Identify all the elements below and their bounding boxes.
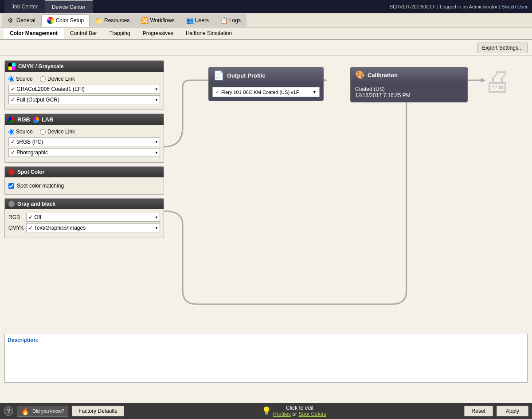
gray-cmyk-row: CMYK ✓ Text/Graphics/Images [8,223,160,232]
subtab-trapping[interactable]: Trapping [103,28,137,38]
sub-bar: Color Management Control Bar Trapping Pr… [0,27,532,40]
rgb-source-radio-label[interactable]: Source [8,129,33,135]
rgb-rendering-dropdown-row: ✓ Photographic [8,148,160,157]
gray-rgb-row: RGB ✓ Off [8,213,160,222]
description-label: Description: [8,337,524,343]
cmyk-output-wrapper: ✓ Full (Output GCR) [8,95,160,104]
spot-color-panel-body: Spot color matching [5,177,164,194]
main-content: CMYK / Grayscale Source Device Link [0,56,532,403]
rgb-rendering-dropdown[interactable]: ✓ Photographic [8,148,160,157]
general-icon: ⚙ [8,17,15,24]
calibration-icon: 🎨 [355,70,365,80]
rgb-device-link-radio[interactable] [40,129,46,135]
bottom-right-buttons: Reset Apply [464,406,528,416]
gray-cmyk-dropdown[interactable]: ✓ Text/Graphics/Images [26,223,160,232]
output-profile-body: ✓ Fiery 101-86C-KM Coated (US) v1F ▼ [209,83,323,101]
panels-area: CMYK / Grayscale Source Device Link [4,60,164,242]
click-to-edit-area: Click to edit Profiles or Spot Colors [273,405,326,417]
rgb-icon [8,117,15,123]
cmyk-panel-body: Source Device Link ✓ GRACoL2006 Coated1 … [5,72,164,110]
output-dropdown-arrow: ▼ [313,90,317,94]
expert-settings-button[interactable]: Expert Settings... [477,43,528,53]
cmyk-source-wrapper: ✓ GRACoL2006 Coated1 (EFI) [8,85,160,94]
description-area: Description: [4,334,528,383]
rgb-panel: RGB LAB Source Device Link [4,114,164,163]
did-you-know-button[interactable]: 🔥 Did you know? [17,406,68,417]
cmyk-output-dropdown[interactable]: ✓ Full (Output GCR) [8,95,160,104]
cmyk-source-dropdown[interactable]: ✓ GRACoL2006 Coated1 (EFI) [8,85,160,94]
calibration-box: 🎨 Calibration Coated (US) 12/18/2017 7:1… [350,67,468,102]
output-profile-header: 📄 Output Profile [209,67,323,83]
spot-color-checkbox[interactable] [8,183,14,189]
tab-device-center[interactable]: Device Center [45,0,93,13]
rgb-source-wrapper: ✓ sRGB (PC) [8,137,160,146]
help-button[interactable]: ? [4,406,13,416]
bottom-bar: ? 🔥 Did you know? Factory Defaults 💡 Cli… [0,403,532,419]
rgb-source-dropdown-row: ✓ sRGB (PC) [8,137,160,146]
cmyk-source-radio-label[interactable]: Source [8,76,33,82]
rgb-panel-body: Source Device Link ✓ sRGB (PC) [5,125,164,162]
resources-icon: 📁 [95,17,102,24]
gray-black-panel-body: RGB ✓ Off CMYK ✓ Text/Graphics/Images [5,209,164,238]
cmyk-panel-header: CMYK / Grayscale [5,61,164,72]
spot-colors-link[interactable]: Spot Colors [298,411,326,417]
tab-resources[interactable]: 📁 Resources [90,14,135,27]
calibration-header: 🎨 Calibration [351,67,467,82]
output-profile-box: 📄 Output Profile ✓ Fiery 101-86C-KM Coat… [208,67,324,101]
spot-color-icon [8,169,15,175]
tab-general[interactable]: ⚙ General [2,14,41,27]
toolbar: Expert Settings... [0,40,532,56]
rgb-source-dropdown[interactable]: ✓ sRGB (PC) [8,137,160,146]
factory-defaults-button[interactable]: Factory Defaults [72,406,124,416]
title-tabs: Job Center Device Center [4,0,93,13]
cmyk-source-dropdown-row: ✓ GRACoL2006 Coated1 (EFI) [8,85,160,94]
cmyk-icon [8,63,16,70]
cmyk-output-dropdown-row: ✓ Full (Output GCR) [8,95,160,104]
subtab-halftone-simulation[interactable]: Halftone Simulation [180,28,238,38]
workflows-icon: 🔀 [141,17,148,24]
cmyk-radio-row: Source Device Link [8,76,160,82]
gray-rgb-dropdown[interactable]: ✓ Off [26,213,160,222]
rgb-device-link-radio-label[interactable]: Device Link [40,129,75,135]
gray-black-panel-header: Gray and black [5,199,164,209]
gray-icon [8,201,15,207]
profiles-link[interactable]: Profiles [273,411,291,417]
flame-icon: 🔥 [21,407,30,415]
rgb-panel-header: RGB LAB [5,114,164,125]
spot-color-check-row: Spot color matching [8,181,160,191]
spot-color-panel-header: Spot Color [5,167,164,177]
bottom-center-info: 💡 Click to edit Profiles or Spot Colors [128,405,461,417]
apply-button[interactable]: Apply [497,406,528,416]
tab-color-setup[interactable]: Color Setup [41,14,90,27]
subtab-progressives[interactable]: Progressives [137,28,180,38]
subtab-color-management[interactable]: Color Management [4,28,64,39]
switch-user-link[interactable]: Switch User [501,4,528,9]
cmyk-source-radio[interactable] [8,76,14,82]
nav-bar: ⚙ General Color Setup 📁 Resources 🔀 Work… [0,13,532,27]
users-icon: 👥 [186,17,193,24]
title-bar: Job Center Device Center SERVER-2EC50CEF… [0,0,532,13]
gray-rgb-wrapper: ✓ Off [26,213,160,222]
output-profile-dropdown-display[interactable]: ✓ Fiery 101-86C-KM Coated (US) v1F ▼ [212,87,320,97]
reset-button[interactable]: Reset [464,406,493,416]
gray-cmyk-wrapper: ✓ Text/Graphics/Images [26,223,160,232]
calibration-body: Coated (US) 12/18/2017 7:16:25 PM [351,82,467,102]
subtab-control-bar[interactable]: Control Bar [64,28,103,38]
rgb-rendering-wrapper: ✓ Photographic [8,148,160,157]
rgb-source-radio[interactable] [8,129,14,135]
tab-job-center[interactable]: Job Center [4,0,45,13]
gray-black-panel: Gray and black RGB ✓ Off CMYK ✓ Text/Gr [4,198,164,238]
tab-logs[interactable]: 📋 Logs [215,14,246,27]
cmyk-panel: CMYK / Grayscale Source Device Link [4,60,164,110]
spot-color-panel: Spot Color Spot color matching [4,166,164,195]
rgb-radio-row: Source Device Link [8,129,160,135]
cmyk-device-link-radio-label[interactable]: Device Link [40,76,75,82]
flow-area: 📄 Output Profile ✓ Fiery 101-86C-KM Coat… [164,60,528,317]
tab-workflows[interactable]: 🔀 Workflows [135,14,180,27]
cmyk-device-link-radio[interactable] [40,76,46,82]
server-info: SERVER-2EC50CEF | Logged in as Administr… [390,4,528,9]
lab-icon [33,117,39,123]
color-setup-icon [47,17,54,24]
output-profile-icon: 📄 [213,70,224,81]
tab-users[interactable]: 👥 Users [180,14,215,27]
